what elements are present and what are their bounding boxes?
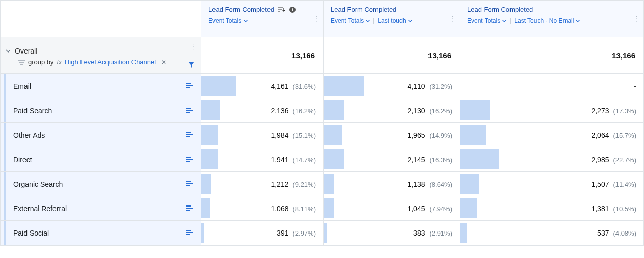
data-cell: 2,064(15.7%) [460, 123, 643, 147]
cell-bar [324, 125, 342, 145]
table-row: Email4,161(31.6%)4,110(31.2%)- [1, 74, 643, 98]
data-cell: 2,145(16.3%) [324, 147, 460, 171]
row-label: Paid Social [13, 229, 49, 237]
svg-rect-1 [278, 9, 282, 10]
cell-bar [201, 223, 204, 243]
data-cell: 4,110(31.2%) [324, 74, 460, 98]
cell-percent: (14.9%) [429, 132, 452, 139]
cell-bar [324, 198, 334, 218]
column-subfilter[interactable]: Event Totals [331, 17, 370, 24]
overall-menu-button[interactable]: ··· [193, 42, 195, 50]
svg-rect-21 [186, 205, 191, 207]
table-row: Organic Search1,212(9.21%)1,138(8.64%)1,… [1, 172, 643, 196]
column-menu-button[interactable]: ··· [313, 12, 319, 25]
filter-icon[interactable] [187, 61, 195, 68]
bar-chart-icon[interactable] [186, 83, 194, 89]
svg-rect-3 [18, 60, 25, 61]
row-header-spacer [1, 1, 201, 37]
svg-rect-18 [186, 181, 191, 182]
svg-rect-11 [186, 112, 190, 113]
attribution-table: Lead Form CompletediEvent Totals···Lead … [0, 0, 644, 246]
svg-rect-26 [186, 234, 190, 235]
column-title[interactable]: Lead Form Completed [331, 6, 396, 13]
filter-divider: | [373, 17, 374, 24]
row-color-strip [4, 98, 6, 122]
column-menu-button[interactable]: ··· [634, 12, 639, 25]
cell-value: 2,145 [407, 156, 425, 164]
cell-bar [324, 174, 334, 194]
expand-chevron-icon[interactable] [6, 48, 11, 54]
cell-value: 2,136 [271, 107, 288, 115]
svg-rect-23 [186, 210, 190, 211]
row-label-cell[interactable]: Paid Social [1, 221, 201, 245]
info-icon[interactable]: i [289, 7, 296, 13]
svg-rect-4 [19, 62, 24, 63]
row-color-strip [4, 221, 6, 245]
cell-value: 1,212 [271, 180, 288, 188]
row-label-cell[interactable]: Paid Search [1, 98, 201, 122]
row-label-cell[interactable]: Organic Search [1, 172, 201, 196]
data-cell: 537(4.08%) [460, 221, 643, 245]
svg-rect-5 [20, 64, 23, 65]
row-label-cell[interactable]: Email [1, 74, 201, 98]
data-cell: 1,138(8.64%) [324, 172, 460, 196]
cell-value: 2,273 [591, 107, 609, 115]
svg-rect-8 [186, 87, 190, 88]
row-label: Organic Search [13, 180, 63, 188]
cell-percent: (31.2%) [429, 83, 452, 90]
remove-groupby-button[interactable]: ✕ [161, 59, 166, 66]
table-row: Direct1,941(14.7%)2,145(16.3%)2,985(22.7… [1, 147, 643, 172]
bar-chart-icon[interactable] [186, 230, 194, 236]
cell-bar [460, 125, 486, 145]
column-subfilter[interactable]: Event Totals [467, 17, 506, 24]
column-header-row: Lead Form CompletediEvent Totals···Lead … [1, 1, 643, 37]
row-color-strip [4, 147, 6, 171]
svg-rect-24 [186, 230, 191, 231]
cell-value: 1,507 [591, 180, 609, 188]
bar-chart-icon[interactable] [186, 108, 194, 114]
data-cell: 391(2.97%) [201, 221, 324, 245]
group-by-icon [18, 59, 25, 65]
row-label-cell[interactable]: Direct [1, 147, 201, 171]
column-subfilter[interactable]: Last Touch - No Email [514, 17, 580, 24]
cell-value: 2,064 [591, 131, 609, 139]
row-label-cell[interactable]: External Referral [1, 196, 201, 220]
svg-rect-0 [278, 7, 283, 8]
cell-percent: (10.5%) [613, 205, 636, 213]
bar-chart-icon[interactable] [186, 132, 194, 138]
bar-chart-icon[interactable] [186, 205, 194, 212]
group-by-formula[interactable]: High Level Acquisition Channel [65, 58, 156, 66]
bar-chart-icon[interactable] [186, 181, 194, 187]
column-menu-button[interactable]: ··· [450, 12, 455, 25]
cell-percent: (16.3%) [429, 156, 452, 164]
overall-row: Overall group by fx High Level Acquisiti… [1, 37, 643, 74]
column-subfilter[interactable]: Last touch [378, 17, 412, 24]
data-cell: 1,507(11.4%) [460, 172, 643, 196]
overall-value: 13,166 [324, 37, 460, 73]
data-cell: 1,984(15.1%) [201, 123, 324, 147]
cell-bar [201, 125, 218, 145]
data-cell: 1,381(10.5%) [460, 196, 643, 220]
row-label: Direct [13, 156, 32, 164]
cell-bar [324, 100, 344, 120]
data-cell: - [460, 74, 643, 98]
group-by-label: group by [28, 58, 54, 66]
cell-percent: (16.2%) [429, 107, 452, 115]
svg-rect-25 [186, 232, 193, 233]
data-cell: 383(2.91%) [324, 221, 460, 245]
sort-descending-icon[interactable] [278, 7, 285, 13]
cell-percent: (17.3%) [613, 107, 636, 115]
row-label: External Referral [13, 204, 67, 213]
column-subfilter[interactable]: Event Totals [208, 17, 248, 24]
row-label-cell[interactable]: Other Ads [1, 123, 201, 147]
filter-divider: | [509, 17, 511, 24]
cell-bar [460, 174, 479, 194]
cell-bar [460, 198, 477, 218]
row-label: Email [13, 82, 31, 90]
column-title[interactable]: Lead Form Completed [208, 6, 274, 13]
bar-chart-icon[interactable] [186, 157, 194, 163]
row-label: Other Ads [13, 131, 45, 139]
cell-bar [201, 198, 210, 218]
cell-percent: (11.4%) [613, 180, 636, 188]
column-title[interactable]: Lead Form Completed [467, 6, 533, 13]
